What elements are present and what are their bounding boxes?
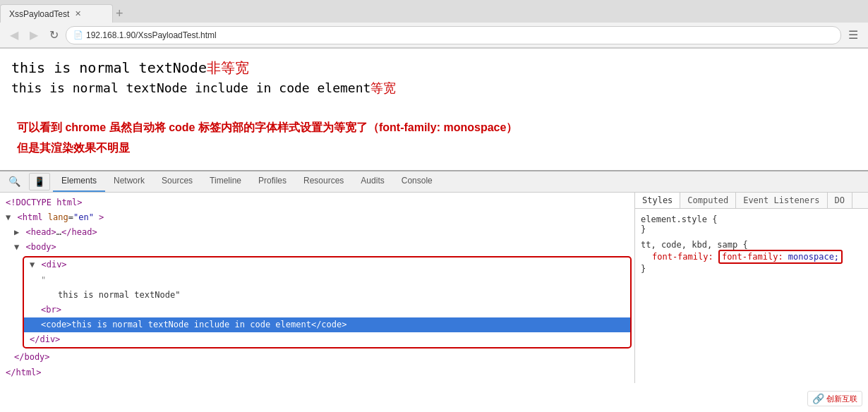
styles-rule-element: element.style { } (641, 214, 862, 234)
watermark-text: 创新互联 (826, 394, 857, 404)
devtools-main: <!DOCTYPE html> ▼ <html lang="en" > ▶ <h… (0, 193, 868, 383)
tab-timeline[interactable]: Timeline (201, 171, 250, 192)
line2: this is normal textNode include in code … (11, 78, 857, 98)
url-text: 192.168.1.90/XssPayloadTest.html (86, 30, 217, 40)
styles-tab-bar: Styles Computed Event Listeners DO (635, 193, 868, 209)
tab-network[interactable]: Network (105, 171, 153, 192)
address-bar[interactable]: 📄 192.168.1.90/XssPayloadTest.html (66, 26, 841, 44)
collapse-arrow-head[interactable]: ▶ (14, 227, 19, 237)
reload-button[interactable]: ↻ (45, 25, 63, 44)
page-icon: 📄 (73, 30, 83, 40)
styles-font-family-value: monospace; (788, 252, 839, 262)
dom-line-html-close: </html> (0, 365, 634, 380)
devtools-panel: 🔍 📱 Elements Network Sources Timeline Pr… (0, 170, 868, 383)
line2-label: 等宽 (370, 81, 396, 95)
dom-line-doctype: <!DOCTYPE html> (0, 195, 634, 210)
dom-line-div[interactable]: ▼ <div> (24, 258, 630, 272)
dom-line-text-node: this is normal textNode" (24, 288, 630, 303)
styles-prop-row: font-family: font-family: monospace; (641, 250, 862, 264)
devtools-mobile-icon[interactable]: 📱 (29, 173, 50, 190)
styles-tab-styles[interactable]: Styles (635, 193, 680, 208)
tab-console[interactable]: Console (393, 171, 441, 192)
annotation-block: 可以看到 chrome 虽然自动将 code 标签内部的字体样式设置为等宽了（f… (0, 107, 868, 170)
dom-line-br: <br> (24, 303, 630, 317)
new-tab-button[interactable]: + (116, 6, 123, 21)
styles-panel: Styles Computed Event Listeners DO eleme… (635, 193, 868, 383)
tab-elements[interactable]: Elements (53, 171, 105, 192)
menu-button[interactable]: ☰ (844, 25, 862, 44)
collapse-arrow-div[interactable]: ▼ (30, 260, 35, 269)
browser-tab[interactable]: XssPayloadTest ✕ (0, 4, 113, 23)
styles-content: element.style { } tt, code, kbd, samp { … (635, 209, 868, 285)
line1: this is normal textNode非等宽 (11, 57, 857, 78)
collapse-arrow-body[interactable]: ▼ (14, 242, 19, 252)
forward-button[interactable]: ▶ (25, 25, 42, 44)
line1-text: this is normal textNode (11, 59, 207, 76)
styles-font-family-label: font-family: (722, 252, 788, 262)
styles-rule-code: tt, code, kbd, samp { font-family: font-… (641, 240, 862, 274)
dom-line-html[interactable]: ▼ <html lang="en" > (0, 210, 634, 225)
tab-bar: XssPayloadTest ✕ + (0, 0, 868, 23)
dom-highlight-box: ▼ <div> " this is normal textNode" <br> … (23, 256, 632, 349)
tab-profiles[interactable]: Profiles (250, 171, 295, 192)
collapse-arrow[interactable]: ▼ (6, 212, 11, 222)
styles-highlight-value: font-family: monospace; (718, 250, 843, 264)
devtools-search-icon[interactable]: 🔍 (3, 173, 26, 190)
browser-chrome: XssPayloadTest ✕ + ◀ ▶ ↻ 📄 192.168.1.90/… (0, 0, 868, 49)
watermark-icon: 🔗 (812, 393, 824, 404)
dom-line-head[interactable]: ▶ <head>…</head> (0, 225, 634, 240)
styles-prop-name: font-family: (652, 252, 718, 262)
styles-tab-event-listeners[interactable]: Event Listeners (736, 193, 827, 208)
annotation-line1: 可以看到 chrome 虽然自动将 code 标签内部的字体样式设置为等宽了（f… (17, 118, 851, 138)
back-button[interactable]: ◀ (6, 25, 23, 44)
annotation-line2: 但是其渲染效果不明显 (17, 138, 851, 159)
dom-line-code[interactable]: <code>this is normal textNode include in… (24, 317, 630, 332)
line1-label: 非等宽 (207, 60, 249, 75)
page-content: this is normal textNode非等宽 this is norma… (0, 49, 868, 107)
dom-line-body[interactable]: ▼ <body> (0, 240, 634, 255)
styles-selector-code: tt, code, kbd, samp { (641, 240, 862, 250)
dom-line-body-close: </body> (0, 350, 634, 365)
dom-line-quote: " (24, 273, 630, 288)
styles-selector-element: element.style { (641, 214, 862, 224)
styles-close-code: } (641, 264, 862, 274)
styles-tab-computed[interactable]: Computed (680, 193, 736, 208)
tab-title: XssPayloadTest (9, 9, 69, 19)
devtools-tab-bar: 🔍 📱 Elements Network Sources Timeline Pr… (0, 171, 868, 193)
styles-close-element: } (641, 224, 862, 234)
tab-sources[interactable]: Sources (153, 171, 201, 192)
line2-text: this is normal textNode include in code … (11, 80, 370, 95)
dom-panel: <!DOCTYPE html> ▼ <html lang="en" > ▶ <h… (0, 193, 635, 383)
styles-tab-do[interactable]: DO (828, 193, 852, 208)
nav-bar: ◀ ▶ ↻ 📄 192.168.1.90/XssPayloadTest.html… (0, 23, 868, 48)
tab-close-button[interactable]: ✕ (75, 9, 81, 18)
dom-line-div-close: </div> (24, 332, 630, 347)
tab-resources[interactable]: Resources (295, 171, 352, 192)
tab-audits[interactable]: Audits (352, 171, 392, 192)
watermark: 🔗 创新互联 (807, 391, 862, 406)
